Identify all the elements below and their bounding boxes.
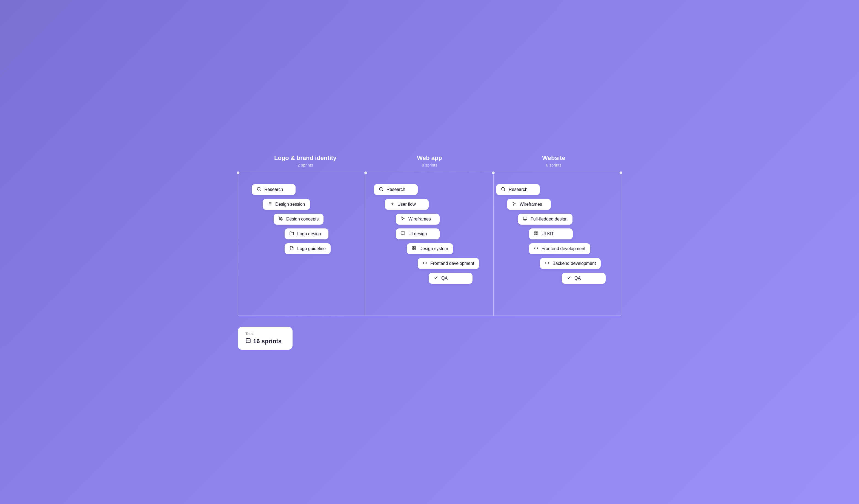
total-value: 16 sprints — [245, 338, 285, 345]
task-label: Full-fledged design — [531, 217, 568, 222]
dot-66 — [492, 171, 495, 174]
task-research-3[interactable]: Research — [496, 184, 540, 195]
task-label: Frontend development — [542, 246, 585, 251]
code-icon — [423, 261, 427, 266]
task-full-fledged[interactable]: Full-fledged design — [518, 214, 572, 225]
col-subtitle-logo: 2 sprints — [243, 163, 367, 167]
col-header-website: Website 6 sprints — [492, 154, 616, 167]
dot-0 — [237, 171, 239, 174]
task-label: Design concepts — [286, 217, 319, 222]
task-user-flow[interactable]: User flow — [385, 199, 429, 210]
total-card: Total 16 sprints — [238, 327, 292, 350]
col-subtitle-webapp: 8 sprints — [367, 163, 492, 167]
svg-rect-15 — [414, 248, 416, 250]
main-container: Logo & brand identity 2 sprints Web app … — [238, 154, 621, 350]
check-icon — [434, 276, 438, 281]
col-header-webapp: Web app 8 sprints — [367, 154, 492, 167]
task-research-1[interactable]: Research — [252, 184, 296, 195]
task-frontend-dev-2[interactable]: Frontend development — [418, 258, 479, 269]
svg-point-7 — [280, 218, 281, 219]
task-label: Backend development — [553, 261, 596, 266]
task-label: Design session — [275, 202, 305, 207]
check-icon-3 — [567, 276, 571, 281]
col-title-website: Website — [492, 154, 616, 162]
grid-icon-3 — [534, 231, 538, 236]
task-ui-design[interactable]: UI design — [396, 228, 440, 240]
svg-rect-21 — [534, 232, 536, 233]
col-content-logo: Research Design session Design concepts — [246, 184, 368, 305]
task-wireframes-2[interactable]: Wireframes — [396, 214, 440, 225]
cursor-icon-3 — [512, 202, 516, 207]
svg-point-0 — [257, 187, 260, 190]
file-icon — [289, 246, 294, 251]
code-icon-backend — [545, 261, 549, 266]
task-label: Logo design — [297, 231, 321, 236]
columns-content: Research Design session Design concepts — [238, 173, 621, 316]
search-icon-2 — [379, 187, 383, 192]
svg-rect-24 — [534, 234, 536, 235]
cursor-icon — [401, 216, 405, 222]
task-label: Frontend development — [430, 261, 474, 266]
task-logo-design[interactable]: Logo design — [285, 228, 328, 240]
svg-rect-14 — [414, 246, 416, 248]
task-qa-3[interactable]: QA — [562, 273, 606, 284]
calendar-icon — [245, 338, 251, 345]
task-label: Logo guideline — [297, 246, 326, 251]
list-icon — [268, 202, 272, 207]
task-label: UI KIT — [542, 231, 554, 236]
task-label: Research — [264, 187, 283, 192]
task-label: UI design — [408, 231, 427, 236]
task-label: Wireframes — [519, 202, 542, 207]
code-icon-3 — [534, 246, 538, 251]
task-design-session[interactable]: Design session — [263, 199, 310, 210]
svg-rect-25 — [246, 339, 250, 343]
task-research-2[interactable]: Research — [374, 184, 418, 195]
svg-rect-10 — [401, 232, 405, 234]
svg-rect-22 — [536, 232, 538, 233]
svg-rect-18 — [523, 217, 527, 219]
task-logo-guideline[interactable]: Logo guideline — [285, 243, 331, 254]
dot-100 — [620, 171, 622, 174]
svg-rect-13 — [412, 246, 413, 248]
grid-icon — [412, 246, 416, 251]
col-content-website: Research Wireframes Full-fledged design — [491, 184, 613, 305]
timeline-area: Research Design session Design concepts — [238, 173, 621, 316]
task-ui-kit[interactable]: UI KIT — [529, 228, 573, 240]
svg-rect-16 — [412, 248, 413, 250]
col-title-webapp: Web app — [367, 154, 492, 162]
svg-point-8 — [379, 187, 382, 190]
total-sprints: 16 sprints — [253, 338, 282, 345]
task-qa-2[interactable]: QA — [429, 273, 472, 284]
total-label: Total — [245, 332, 285, 336]
task-label: QA — [574, 276, 581, 281]
edit-icon — [278, 216, 283, 222]
dot-33 — [364, 171, 367, 174]
arrow-icon — [390, 202, 394, 207]
task-design-system[interactable]: Design system — [407, 243, 453, 254]
search-icon-3 — [501, 187, 506, 192]
task-label: Research — [387, 187, 405, 192]
col-title-logo: Logo & brand identity — [243, 154, 367, 162]
search-icon — [257, 187, 261, 192]
task-backend-dev[interactable]: Backend development — [540, 258, 601, 269]
svg-rect-23 — [536, 234, 538, 235]
columns-header: Logo & brand identity 2 sprints Web app … — [238, 154, 621, 167]
task-label: Design system — [419, 246, 448, 251]
task-label: Wireframes — [408, 217, 431, 222]
col-subtitle-website: 6 sprints — [492, 163, 616, 167]
task-label: Research — [509, 187, 527, 192]
task-label: QA — [441, 276, 448, 281]
col-content-webapp: Research User flow Wireframes — [368, 184, 491, 305]
col-header-logo: Logo & brand identity 2 sprints — [243, 154, 367, 167]
monitor-icon-3 — [523, 216, 527, 222]
monitor-icon — [401, 231, 405, 236]
task-label: User flow — [397, 202, 416, 207]
task-design-concepts[interactable]: Design concepts — [274, 214, 323, 225]
task-wireframes-3[interactable]: Wireframes — [507, 199, 551, 210]
svg-point-17 — [501, 187, 504, 190]
task-frontend-dev-3[interactable]: Frontend development — [529, 243, 590, 254]
folder-icon — [289, 231, 294, 236]
